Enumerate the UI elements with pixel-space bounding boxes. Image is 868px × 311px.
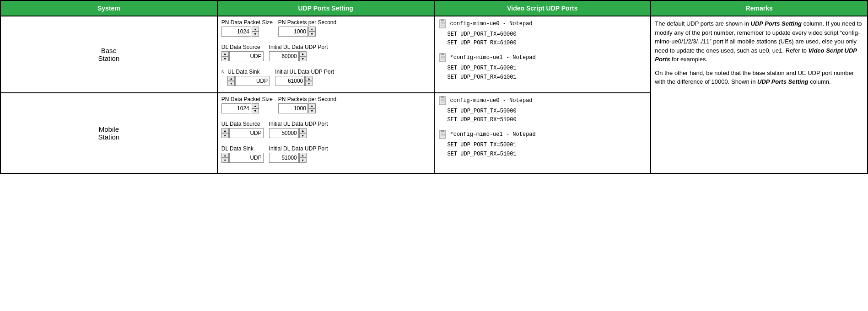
- notepad-code-base-ue0: SET UDP_PORT_TX=60000 SET UDP_PORT_RX=61…: [438, 30, 647, 48]
- notepad-icon-base-ue1: [438, 53, 447, 62]
- dl-data-sink-down-mobile[interactable]: ▼: [221, 158, 229, 163]
- video-script-mobile: config-mimo-ue0 - Notepad SET UDP_PORT_T…: [434, 93, 651, 173]
- code-line: SET UDP_PORT_TX=50001: [447, 141, 647, 150]
- initial-ul-udp-port-input-base[interactable]: [275, 76, 305, 86]
- ul-data-source-input-mobile[interactable]: [229, 128, 264, 138]
- pn-packets-per-sec-down-base[interactable]: ▼: [308, 32, 316, 37]
- udp-ports-mobile: PN Data Packet Size ▲ ▼ PN Packets per S…: [217, 93, 434, 173]
- pn-packets-per-sec-input-base[interactable]: [278, 27, 308, 37]
- notepad-icon-mobile-ue0: [438, 96, 447, 105]
- notepad-icon-mobile-ue1: [438, 130, 447, 139]
- table-row: BaseStation PN Data Packet Size ▲ ▼: [0, 16, 868, 93]
- s-indicator-base: s: [221, 69, 224, 74]
- notepad-title-base-ue1: *config-mimo-ue1 - Notepad: [438, 53, 647, 62]
- svg-rect-1: [441, 20, 444, 21]
- col-header-video-script: Video Script UDP Ports: [434, 0, 651, 16]
- initial-ul-udp-port-up-mobile[interactable]: ▲: [299, 128, 307, 133]
- svg-rect-16: [441, 130, 444, 132]
- notepad-icon-base-ue0: [438, 19, 447, 28]
- code-line: SET UDP_PORT_TX=60000: [447, 30, 647, 39]
- initial-dl-udp-port-label-mobile: Initial DL Data UDP Port: [269, 145, 328, 152]
- pn-packet-size-up-mobile[interactable]: ▲: [252, 103, 259, 108]
- code-line: SET UDP_PORT_RX=61000: [447, 39, 647, 48]
- remarks-bold2: Video Script UDP Ports: [655, 47, 857, 63]
- notepad-title-text-base-ue0: config-mimo-ue0 - Notepad: [450, 21, 533, 27]
- pn-packet-size-label-mobile: PN Data Packet Size: [221, 96, 273, 102]
- initial-ul-udp-port-label-base: Initial UL Data UDP Port: [275, 69, 334, 75]
- code-line: SET UDP_PORT_RX=61001: [447, 73, 647, 82]
- pn-packets-per-sec-up-mobile[interactable]: ▲: [308, 103, 316, 108]
- code-line: SET UDP_PORT_RX=51000: [447, 116, 647, 124]
- pn-packet-size-down-base[interactable]: ▼: [252, 32, 259, 37]
- remarks-bold1: UDP Ports Setting: [751, 20, 802, 27]
- notepad-title-base-ue0: config-mimo-ue0 - Notepad: [438, 19, 647, 28]
- pn-packets-per-sec-input-mobile[interactable]: [278, 103, 308, 113]
- initial-dl-udp-port-input-mobile[interactable]: [269, 153, 299, 163]
- remarks-para2: On the other hand, be noted that the bas…: [655, 69, 863, 86]
- ul-data-source-up-mobile[interactable]: ▲: [221, 128, 229, 133]
- initial-ul-udp-port-input-mobile[interactable]: [269, 128, 299, 138]
- notepad-code-mobile-ue0: SET UDP_PORT_TX=50000 SET UDP_PORT_RX=51…: [438, 107, 647, 124]
- dl-data-source-up-base[interactable]: ▲: [221, 51, 229, 56]
- dl-data-sink-up-mobile[interactable]: ▲: [221, 153, 229, 158]
- pn-packets-per-sec-up-base[interactable]: ▲: [308, 27, 316, 32]
- notepad-title-text-mobile-ue1: *config-mimo-ue1 - Notepad: [450, 131, 536, 138]
- pn-packet-size-down-mobile[interactable]: ▼: [252, 108, 259, 113]
- initial-dl-udp-port-label-base: Initial DL Data UDP Port: [269, 44, 328, 50]
- initial-ul-udp-port-down-base[interactable]: ▼: [305, 81, 313, 86]
- col-header-remarks: Remarks: [651, 0, 868, 16]
- system-label-base: BaseStation: [0, 16, 217, 93]
- initial-dl-udp-port-down-mobile[interactable]: ▼: [299, 158, 307, 163]
- code-line: SET UDP_PORT_TX=60001: [447, 64, 647, 73]
- ul-data-source-down-mobile[interactable]: ▼: [221, 133, 229, 138]
- ul-data-sink-input-base[interactable]: [235, 76, 270, 86]
- pn-packet-size-input-mobile[interactable]: [221, 103, 251, 113]
- initial-dl-udp-port-up-base[interactable]: ▲: [299, 51, 307, 56]
- notepad-code-mobile-ue1: SET UDP_PORT_TX=50001 SET UDP_PORT_RX=51…: [438, 141, 647, 158]
- remarks-para1: The default UDP ports are shown in UDP P…: [655, 19, 863, 64]
- col-header-udp-ports: UDP Ports Setting: [217, 0, 434, 16]
- pn-packets-per-sec-label-base: PN Packets per Second: [278, 19, 336, 26]
- remarks-bold3: UDP Ports Setting: [757, 78, 808, 85]
- dl-data-sink-input-mobile[interactable]: [229, 153, 264, 163]
- svg-rect-6: [441, 54, 444, 55]
- initial-dl-udp-port-down-base[interactable]: ▼: [299, 56, 307, 61]
- notepad-code-base-ue1: SET UDP_PORT_TX=60001 SET UDP_PORT_RX=61…: [438, 64, 647, 81]
- pn-packet-size-label-base: PN Data Packet Size: [221, 19, 273, 26]
- pn-packets-per-sec-label-mobile: PN Packets per Second: [278, 96, 336, 102]
- dl-data-source-label-base: DL Data Source: [221, 44, 264, 50]
- col-header-system: System: [0, 0, 217, 16]
- initial-dl-udp-port-input-base[interactable]: [269, 51, 299, 61]
- pn-packet-size-up-base[interactable]: ▲: [252, 27, 259, 32]
- ul-data-sink-up-base[interactable]: ▲: [227, 76, 235, 81]
- dl-data-sink-label-mobile: DL Data Sink: [221, 145, 264, 152]
- dl-data-source-input-base[interactable]: [229, 51, 264, 61]
- code-line: SET UDP_PORT_RX=51001: [447, 150, 647, 159]
- udp-ports-base: PN Data Packet Size ▲ ▼ PN Packets per S…: [217, 16, 434, 93]
- ul-data-source-label-mobile: UL Data Source: [221, 121, 264, 127]
- svg-rect-11: [441, 97, 444, 98]
- system-label-mobile: MobileStation: [0, 93, 217, 173]
- notepad-title-text-mobile-ue0: config-mimo-ue0 - Notepad: [450, 97, 533, 104]
- notepad-title-mobile-ue1: *config-mimo-ue1 - Notepad: [438, 130, 647, 139]
- pn-packets-per-sec-down-mobile[interactable]: ▼: [308, 108, 316, 113]
- notepad-title-mobile-ue0: config-mimo-ue0 - Notepad: [438, 96, 647, 105]
- initial-ul-udp-port-up-base[interactable]: ▲: [305, 76, 313, 81]
- initial-dl-udp-port-up-mobile[interactable]: ▲: [299, 153, 307, 158]
- notepad-title-text-base-ue1: *config-mimo-ue1 - Notepad: [450, 54, 536, 61]
- remarks-cell: The default UDP ports are shown in UDP P…: [651, 16, 868, 173]
- ul-data-sink-down-base[interactable]: ▼: [227, 81, 235, 86]
- pn-packet-size-input-base[interactable]: [221, 27, 251, 37]
- ul-data-sink-label-base: UL Data Sink: [227, 69, 270, 75]
- dl-data-source-down-base[interactable]: ▼: [221, 56, 229, 61]
- initial-ul-udp-port-label-mobile: Initial UL Data UDP Port: [269, 121, 328, 127]
- video-script-base: config-mimo-ue0 - Notepad SET UDP_PORT_T…: [434, 16, 651, 93]
- code-line: SET UDP_PORT_TX=50000: [447, 107, 647, 116]
- initial-ul-udp-port-down-mobile[interactable]: ▼: [299, 133, 307, 138]
